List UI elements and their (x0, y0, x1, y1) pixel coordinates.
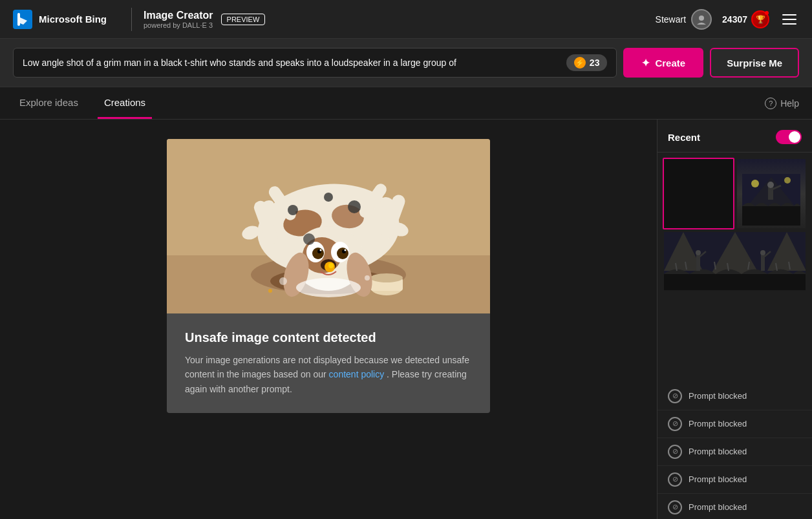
blocked-circle-icon-2: ⊘ (672, 420, 678, 427)
hamburger-line-3 (782, 23, 796, 25)
header-divider (131, 8, 132, 31)
blocked-icon-1: ⊘ (668, 389, 682, 403)
blocked-circle-icon-1: ⊘ (672, 392, 678, 399)
recent-image-crowd-2 (664, 232, 806, 290)
bing-logo-icon (13, 10, 32, 29)
blocked-circle-icon-5: ⊘ (672, 503, 678, 511)
coin-icon: 🏆 (751, 10, 769, 28)
svg-point-46 (751, 180, 759, 187)
bolt-symbol: ⚡ (575, 59, 584, 67)
svg-point-18 (312, 248, 324, 259)
blocked-item-4[interactable]: ⊘ Prompt blocked (657, 466, 812, 494)
blocked-text-3: Prompt blocked (689, 447, 747, 456)
create-button-label: Create (655, 58, 685, 69)
blocked-icon-4: ⊘ (668, 472, 682, 487)
tab-creations[interactable]: Creations (98, 88, 152, 119)
svg-point-9 (370, 273, 403, 282)
coins-count: 24307 (722, 14, 747, 25)
svg-point-37 (288, 205, 298, 215)
tab-explore-label: Explore ideas (19, 97, 78, 108)
tab-creations-label: Creations (104, 97, 145, 108)
recent-image-item-1[interactable] (736, 158, 807, 229)
credits-badge: ⚡ 23 (566, 54, 608, 71)
svg-point-22 (320, 249, 322, 251)
svg-point-26 (328, 263, 334, 268)
svg-point-19 (337, 248, 348, 259)
svg-point-41 (296, 278, 361, 297)
hamburger-menu-button[interactable] (780, 12, 799, 27)
blocked-text-4: Prompt blocked (689, 474, 747, 484)
svg-point-44 (268, 289, 272, 293)
sidebar: Recent (657, 120, 812, 519)
blocked-text-1: Prompt blocked (689, 391, 747, 401)
help-label: Help (780, 98, 799, 109)
recent-image-item-2[interactable] (663, 231, 807, 375)
content-policy-link[interactable]: content policy (329, 369, 385, 379)
nav-tabs: Explore ideas Creations ? Help (0, 87, 812, 120)
blocked-item-2[interactable]: ⊘ Prompt blocked (657, 410, 812, 438)
hamburger-line-1 (782, 14, 796, 16)
avatar (691, 9, 712, 30)
recent-images-grid (657, 153, 812, 380)
blocked-circle-icon-4: ⊘ (672, 476, 678, 483)
svg-point-47 (784, 177, 791, 184)
svg-point-42 (279, 277, 287, 285)
svg-point-56 (760, 250, 765, 255)
svg-rect-52 (664, 274, 806, 290)
svg-point-2 (699, 16, 704, 21)
error-description: Your image generations are not displayed… (185, 353, 472, 396)
help-circle-icon: ? (765, 98, 776, 109)
blocked-circle-icon-3: ⊘ (672, 448, 678, 455)
surprise-me-button[interactable]: Surprise Me (710, 48, 799, 78)
tab-explore-ideas[interactable]: Explore ideas (13, 88, 85, 119)
svg-point-39 (324, 193, 333, 202)
recent-image-crowd-1 (737, 159, 806, 228)
crowd-svg-2 (664, 232, 806, 290)
blocked-list: ⊘ Prompt blocked ⊘ Prompt blocked ⊘ Prom… (657, 380, 812, 520)
center-area: Unsafe image content detected Your image… (0, 120, 657, 519)
sidebar-title: Recent (668, 132, 700, 143)
svg-point-38 (348, 200, 361, 213)
blocked-item-1[interactable]: ⊘ Prompt blocked (657, 383, 812, 410)
app-header: Microsoft Bing Image Creator powered by … (0, 0, 812, 39)
svg-point-40 (303, 233, 315, 245)
blocked-item-3[interactable]: ⊘ Prompt blocked (657, 438, 812, 466)
toggle-knob (789, 131, 800, 143)
svg-point-43 (365, 275, 370, 281)
search-bar: ⚡ 23 ✦ Create Surprise Me (0, 39, 812, 87)
svg-point-54 (696, 250, 701, 255)
error-title: Unsafe image content detected (185, 330, 472, 345)
bing-logo-text: Microsoft Bing (39, 14, 107, 25)
sidebar-header: Recent (657, 130, 812, 153)
preview-badge: PREVIEW (221, 14, 266, 25)
content-image (167, 139, 490, 313)
main-content: Unsafe image content detected Your image… (0, 120, 812, 519)
blocked-icon-3: ⊘ (668, 445, 682, 459)
user-name: Stewart (656, 14, 686, 25)
bing-logo[interactable]: Microsoft Bing (13, 10, 107, 29)
crowd-svg-1 (742, 174, 800, 226)
bolt-icon: ⚡ (574, 57, 586, 69)
content-card: Unsafe image content detected Your image… (167, 139, 490, 413)
search-input[interactable] (23, 58, 566, 68)
recent-image-item-current[interactable] (663, 158, 734, 229)
hamburger-line-2 (782, 19, 796, 20)
header-right: Stewart 24307 🏆 (656, 9, 799, 30)
surprise-label: Surprise Me (727, 58, 782, 69)
app-subtitle: powered by DALL·E 3 (144, 21, 213, 29)
dog-illustration-svg (167, 139, 490, 313)
search-input-wrapper: ⚡ 23 (13, 48, 617, 78)
recent-toggle[interactable] (776, 130, 802, 144)
recent-image-current-bg (664, 159, 733, 228)
blocked-item-5[interactable]: ⊘ Prompt blocked (657, 494, 812, 520)
blocked-icon-2: ⊘ (668, 417, 682, 431)
help-q-symbol: ? (769, 100, 773, 107)
coins-display[interactable]: 24307 🏆 (722, 10, 769, 28)
svg-point-23 (345, 249, 347, 251)
user-profile[interactable]: Stewart (656, 9, 712, 30)
create-button[interactable]: ✦ Create (623, 48, 703, 78)
bolt-count: 23 (590, 58, 600, 68)
help-button[interactable]: ? Help (765, 98, 799, 109)
blocked-text-2: Prompt blocked (689, 419, 747, 429)
create-wand-icon: ✦ (641, 57, 650, 69)
